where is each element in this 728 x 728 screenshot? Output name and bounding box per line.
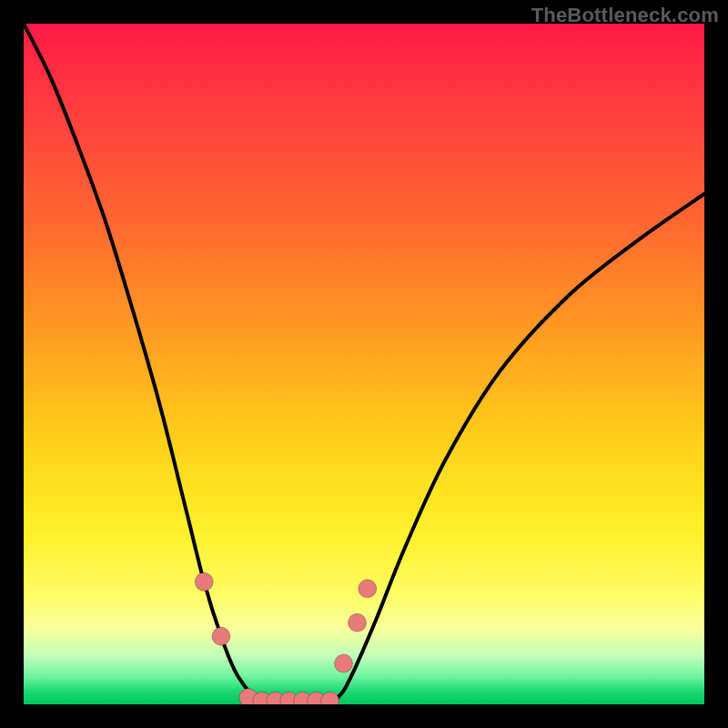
series-left-curve [24, 24, 262, 704]
series-right-curve [330, 194, 704, 704]
data-marker [212, 627, 230, 645]
chart-svg [24, 24, 704, 704]
data-marker [321, 692, 339, 704]
chart-markers [195, 572, 377, 704]
data-marker [195, 572, 213, 591]
data-marker [349, 613, 367, 632]
chart-plot-area [24, 24, 704, 704]
data-marker [359, 580, 377, 598]
data-marker [335, 654, 353, 672]
watermark-text: TheBottleneck.com [531, 4, 719, 27]
chart-lines [24, 24, 704, 704]
